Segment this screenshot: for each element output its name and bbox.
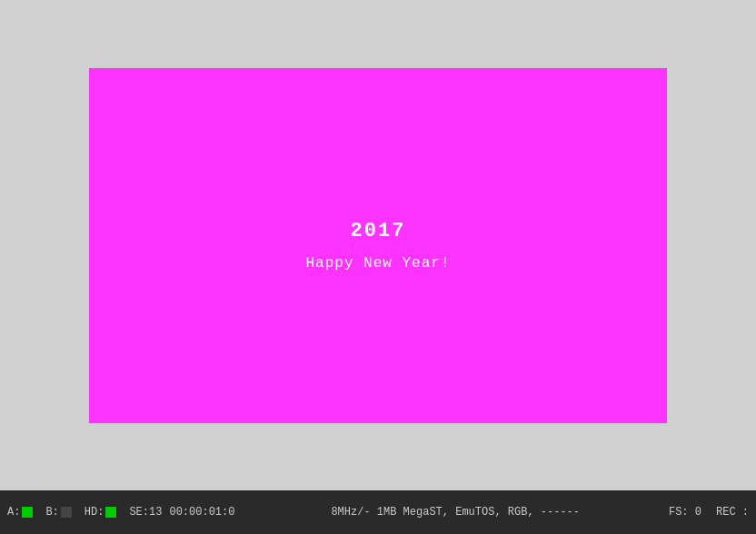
main-area: 2017 Happy New Year! [0, 0, 756, 490]
timecode-section: 00:00:01:0 [169, 506, 234, 519]
drive-hd-section: HD: [85, 506, 123, 519]
se-section: SE:13 [129, 506, 162, 519]
screen-window: 2017 Happy New Year! [88, 67, 668, 424]
drive-b-label: B: [45, 506, 58, 519]
drive-hd-label: HD: [85, 506, 104, 519]
drive-b-led [61, 507, 72, 518]
system-info: 8MHz/- 1MB MegaST, EmuTOS, RGB, ------ [242, 506, 669, 519]
se-label: SE:13 [129, 506, 162, 519]
fs-label: FS: [669, 506, 689, 519]
fs-value: 0 [695, 506, 701, 519]
fs-section: FS: 0 [669, 506, 701, 519]
drive-b-section: B: [45, 506, 76, 519]
drive-hd-led [105, 507, 116, 518]
drive-a-led [22, 507, 33, 518]
status-bar: A: B: HD: SE:13 00:00:01:0 8MHz/- 1MB Me… [0, 490, 756, 534]
drive-a-section: A: [7, 506, 38, 519]
timecode: 00:00:01:0 [169, 506, 234, 519]
screen-year: 2017 [351, 220, 406, 242]
drive-a-label: A: [7, 506, 20, 519]
rec-section: REC : [716, 506, 749, 519]
screen-message: Happy New Year! [305, 255, 450, 272]
rec-label: REC : [716, 506, 749, 519]
